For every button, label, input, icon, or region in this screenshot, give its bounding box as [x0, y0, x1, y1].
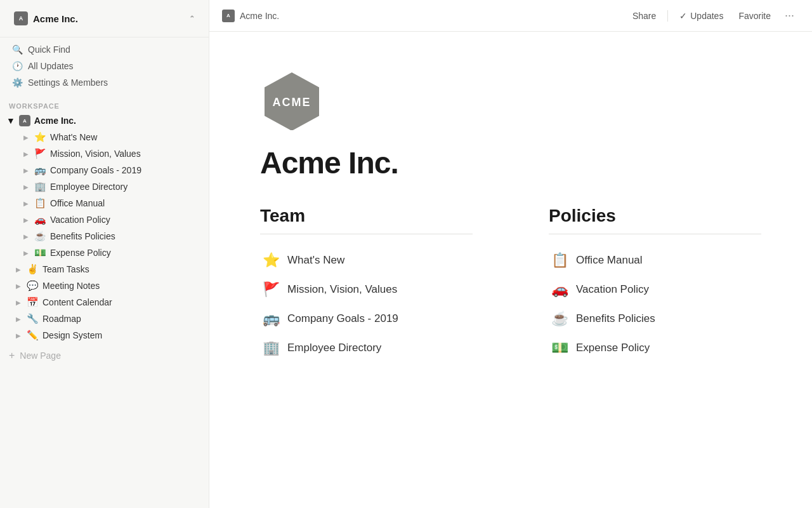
- policy-link-benefits-policies[interactable]: ☕ Benefits Policies: [549, 304, 761, 333]
- topbar-actions: Share ✓ Updates Favorite ···: [626, 6, 799, 25]
- workspace-root-item[interactable]: ▼ A Acme Inc.: [0, 112, 209, 129]
- more-options-button[interactable]: ···: [780, 6, 799, 25]
- gear-icon: ⚙️: [11, 77, 23, 88]
- updates-button[interactable]: ✓ Updates: [673, 8, 730, 24]
- sidebar-item-label: What's New: [50, 132, 97, 142]
- item-emoji: 📋: [34, 197, 46, 209]
- link-label: Employee Directory: [287, 342, 381, 354]
- item-emoji: 🔧: [27, 313, 39, 324]
- topbar: A Acme Inc. Share ✓ Updates Favorite ···: [209, 0, 812, 32]
- sidebar-item-label: Expense Policy: [50, 248, 111, 258]
- clock-icon: 🕐: [11, 61, 23, 71]
- sidebar-item-content-calendar[interactable]: ▶ 📅 Content Calendar: [0, 294, 209, 311]
- sidebar-item-expense-policy[interactable]: ▶ 💵 Expense Policy: [15, 244, 209, 261]
- sidebar-item-benefits-policies[interactable]: ▶ ☕ Benefits Policies: [15, 228, 209, 244]
- arrow-icon: ▶: [22, 184, 30, 190]
- link-label: Mission, Vision, Values: [287, 283, 397, 296]
- chevron-up-down-icon: ⌃: [189, 15, 195, 23]
- item-emoji: 🏢: [34, 181, 46, 192]
- sidebar-item-roadmap[interactable]: ▶ 🔧 Roadmap: [0, 311, 209, 327]
- team-link-whats-new[interactable]: ⭐ What's New: [260, 246, 473, 275]
- item-emoji: 📅: [27, 297, 39, 308]
- sidebar-nav: 🔍 Quick Find 🕐 All Updates ⚙️ Settings &…: [0, 37, 209, 95]
- svg-text:ACME: ACME: [273, 96, 311, 109]
- sidebar-item-mission-vision-values[interactable]: ▶ 🚩 Mission, Vision, Values: [15, 145, 209, 162]
- policy-link-office-manual[interactable]: 📋 Office Manual: [549, 246, 761, 275]
- link-label: Expense Policy: [576, 342, 650, 354]
- arrow-icon: ▶: [14, 283, 23, 290]
- team-link-employee-directory[interactable]: 🏢 Employee Directory: [260, 333, 473, 363]
- sidebar-item-design-system[interactable]: ▶ ✏️ Design System: [0, 327, 209, 344]
- arrow-icon: ▶: [14, 266, 23, 273]
- favorite-button[interactable]: Favorite: [732, 8, 777, 24]
- sidebar-item-all-updates[interactable]: 🕐 All Updates: [5, 58, 204, 74]
- sidebar-item-meeting-notes[interactable]: ▶ 💬 Meeting Notes: [0, 277, 209, 294]
- policy-link-vacation-policy[interactable]: 🚗 Vacation Policy: [549, 275, 761, 304]
- arrow-icon: ▶: [22, 167, 30, 174]
- sidebar-item-label: Team Tasks: [43, 264, 89, 274]
- link-emoji: 🚌: [263, 311, 280, 327]
- sidebar-item-company-goals[interactable]: ▶ 🚌 Company Goals - 2019: [15, 162, 209, 178]
- new-page-label: New Page: [20, 351, 61, 361]
- link-label: Benefits Policies: [576, 312, 655, 325]
- arrow-icon: ▶: [14, 316, 23, 323]
- team-link-mission[interactable]: 🚩 Mission, Vision, Values: [260, 275, 473, 304]
- policy-link-expense-policy[interactable]: 💵 Expense Policy: [549, 333, 761, 363]
- arrow-icon: ▶: [22, 200, 30, 207]
- item-emoji: 🚌: [34, 164, 46, 176]
- link-emoji: ☕: [551, 311, 568, 327]
- item-emoji: ✏️: [27, 330, 39, 341]
- topbar-workspace-logo: A: [222, 10, 235, 22]
- item-emoji: ⭐: [34, 131, 46, 143]
- sidebar-item-label: Company Goals - 2019: [50, 165, 141, 175]
- link-label: Office Manual: [576, 254, 643, 267]
- item-emoji: ✌️: [27, 264, 39, 275]
- new-page-button[interactable]: + New Page: [0, 346, 209, 365]
- sidebar-item-label: Roadmap: [43, 314, 81, 324]
- sidebar-item-label: Mission, Vision, Values: [50, 149, 141, 159]
- favorite-label: Favorite: [738, 11, 771, 21]
- sidebar-item-quick-find[interactable]: 🔍 Quick Find: [5, 41, 204, 58]
- workspace-root-label: Acme Inc.: [34, 116, 76, 126]
- arrow-icon: ▶: [14, 332, 23, 339]
- item-emoji: ☕: [34, 231, 46, 242]
- sidebar-item-label: Employee Directory: [50, 182, 128, 192]
- arrow-icon: ▶: [22, 217, 30, 224]
- policies-column: Policies 📋 Office Manual 🚗 Vacation Poli…: [549, 206, 761, 363]
- sidebar-item-office-manual[interactable]: ▶ 📋 Office Manual: [15, 195, 209, 211]
- sidebar-item-label: Quick Find: [28, 44, 70, 55]
- sidebar-item-settings-members[interactable]: ⚙️ Settings & Members: [5, 74, 204, 91]
- page-title: Acme Inc.: [260, 145, 761, 180]
- sidebar-item-whats-new[interactable]: ▶ ⭐ What's New: [15, 129, 209, 145]
- topbar-divider: [667, 10, 668, 22]
- sidebar: A Acme Inc. ⌃ 🔍 Quick Find 🕐 All Updates…: [0, 0, 209, 508]
- check-icon: ✓: [679, 11, 687, 21]
- sidebar-item-employee-directory[interactable]: ▶ 🏢 Employee Directory: [15, 178, 209, 195]
- arrow-icon: ▶: [22, 250, 30, 257]
- search-icon: 🔍: [11, 44, 23, 55]
- link-label: What's New: [287, 254, 344, 267]
- sidebar-item-team-tasks[interactable]: ▶ ✌️ Team Tasks: [0, 261, 209, 277]
- policies-heading: Policies: [549, 206, 761, 234]
- team-link-company-goals[interactable]: 🚌 Company Goals - 2019: [260, 304, 473, 333]
- updates-label: Updates: [690, 11, 723, 21]
- workspace-logo: A: [14, 11, 28, 25]
- workspace-small-logo: A: [19, 115, 30, 126]
- link-label: Company Goals - 2019: [287, 312, 398, 325]
- sidebar-item-label: Benefits Policies: [50, 231, 115, 241]
- link-emoji: 🏢: [263, 340, 280, 356]
- plus-icon: +: [9, 350, 15, 361]
- team-heading: Team: [260, 206, 473, 234]
- more-icon: ···: [785, 9, 794, 22]
- item-emoji: 💵: [34, 247, 46, 258]
- workspace-name: Acme Inc.: [33, 13, 78, 24]
- link-label: Vacation Policy: [576, 283, 649, 296]
- arrow-icon: ▶: [22, 233, 30, 240]
- share-button[interactable]: Share: [626, 8, 662, 24]
- main-content: A Acme Inc. Share ✓ Updates Favorite ···…: [209, 0, 812, 508]
- workspace-title-button[interactable]: A Acme Inc. ⌃: [8, 6, 201, 30]
- sidebar-item-label: Vacation Policy: [50, 215, 110, 225]
- link-emoji: 🚗: [551, 281, 568, 298]
- arrow-icon: ▶: [14, 299, 23, 306]
- sidebar-item-vacation-policy[interactable]: ▶ 🚗 Vacation Policy: [15, 211, 209, 228]
